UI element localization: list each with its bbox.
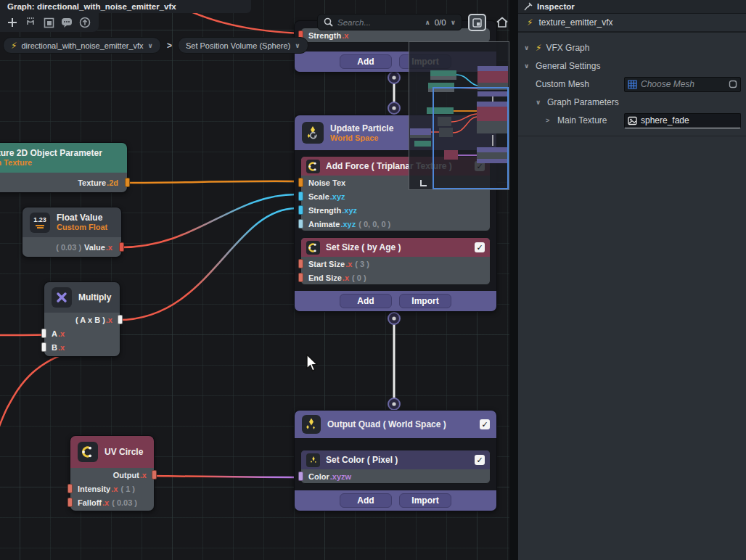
node-uv-circle[interactable]: UV Circle Output.x Intensity.x( 1 ) Fall… [70, 435, 155, 511]
output-port[interactable] [118, 315, 123, 324]
breadcrumb-item-graph[interactable]: directional_with_noise_emitter_vfx ∨ [3, 37, 161, 54]
sticky-note-icon[interactable] [60, 16, 73, 29]
main-texture-row: > Main Texture sphere_fade [518, 112, 746, 128]
node-subtitle: World Space [330, 133, 393, 143]
wire-into-b[interactable] [0, 347, 87, 444]
input-port[interactable] [298, 178, 303, 187]
input-port[interactable] [298, 472, 303, 481]
breadcrumb-item-context[interactable]: Set Position Volume (Sphere) ∨ [178, 37, 308, 54]
inspected-asset[interactable]: texture_emitter_vfx [518, 14, 746, 33]
wire-uv-to-color[interactable] [154, 476, 296, 477]
debug-chip-icon[interactable] [24, 16, 37, 29]
input-port[interactable] [298, 259, 303, 268]
block-title: Set Color ( Pixel ) [326, 455, 398, 465]
graph-canvas[interactable]: Strength.x Add Import Update Particle Wo… [0, 0, 517, 560]
section-vfx-graph[interactable]: ∨ VFX Graph [518, 40, 746, 56]
foldout-open-icon[interactable]: ∨ [536, 99, 543, 106]
custom-mesh-label: Custom Mesh [536, 79, 589, 89]
input-port[interactable] [67, 484, 73, 493]
home-icon [496, 16, 509, 29]
node-title: Multiply [78, 292, 111, 302]
add-block-button[interactable]: Add [340, 54, 392, 69]
input-port[interactable] [41, 329, 46, 338]
node-subtitle: Main Texture [0, 158, 102, 168]
flow-connector-bottom[interactable] [388, 313, 400, 410]
vfx-asset-icon [527, 18, 533, 27]
frame-icon[interactable] [42, 16, 55, 29]
input-port[interactable] [298, 205, 303, 215]
search-bar[interactable]: Search... ∧ 0/0 ∨ [317, 14, 462, 30]
block-set-color[interactable]: Set Color ( Pixel ) Color.xyzw [300, 450, 491, 484]
breadcrumb: directional_with_noise_emitter_vfx ∨ > S… [3, 37, 308, 54]
chevron-down-icon: ∨ [148, 42, 153, 49]
node-title: UV Circle [104, 447, 143, 457]
import-button[interactable]: Import [399, 294, 451, 308]
input-port[interactable] [298, 219, 303, 228]
home-button[interactable] [494, 15, 510, 30]
wire-multiply-to-strength[interactable] [118, 208, 296, 320]
node-texture-2d-parameter[interactable]: Texture 2D Object Parameter Main Texture… [0, 142, 128, 193]
import-button[interactable]: Import [399, 493, 451, 508]
block-enabled-checkbox[interactable] [475, 242, 485, 252]
section-graph-parameters[interactable]: ∨ Graph Parameters [518, 94, 746, 110]
search-input[interactable]: Search... [337, 18, 420, 27]
set-color-icon [306, 453, 320, 467]
foldout-open-icon[interactable]: ∨ [524, 62, 531, 70]
minimap-toggle-button[interactable] [468, 14, 486, 31]
wire-texture-to-noisetex[interactable] [126, 181, 296, 183]
main-texture-field[interactable]: sphere_fade [624, 113, 741, 128]
inspector-title: Inspector [537, 2, 575, 11]
custom-mesh-row: Custom Mesh Choose Mesh [518, 76, 746, 92]
node-title: Output Quad ( World Space ) [327, 419, 446, 429]
add-block-button[interactable]: Add [340, 493, 392, 508]
node-float-value[interactable]: 1.23 Float Value Custom Float ( 0.03 ) V… [22, 207, 122, 258]
asset-name: texture_emitter_vfx [538, 17, 612, 28]
input-port[interactable] [67, 498, 73, 507]
mouse-cursor [306, 354, 319, 373]
foldout-open-icon[interactable]: ∨ [524, 44, 531, 52]
input-port[interactable] [298, 273, 303, 282]
pin-icon[interactable] [524, 2, 533, 11]
node-output-quad[interactable]: Output Quad ( World Space ) Set Color ( … [294, 410, 497, 511]
graph-titlebar: Graph: directional_with_noise_emitter_vf… [0, 0, 251, 13]
minimap-content [409, 42, 509, 189]
search-next-icon[interactable]: ∨ [451, 19, 456, 26]
context-enabled-checkbox[interactable] [480, 419, 490, 429]
resize-handle-icon[interactable] [421, 180, 427, 186]
input-port[interactable] [298, 192, 303, 201]
panel-divider[interactable] [509, 0, 518, 560]
input-port[interactable] [41, 342, 46, 352]
output-port[interactable] [152, 470, 157, 479]
add-icon[interactable] [6, 16, 19, 29]
add-block-button[interactable]: Add [340, 294, 392, 308]
wire-float-to-scale[interactable] [120, 194, 296, 247]
upload-circle-icon[interactable] [78, 16, 91, 29]
inspector-header: Inspector [518, 0, 746, 14]
port-label: Strength [308, 31, 341, 40]
main-texture-label: Main Texture [557, 115, 607, 125]
float-value-icon: 1.23 [30, 213, 50, 233]
vfx-graph-window: { "titlebar": { "title": "Graph: directi… [0, 0, 746, 560]
node-multiply[interactable]: Multiply ( A x B ).x A.x B.x [44, 281, 120, 357]
node-title: Float Value [57, 213, 107, 223]
custom-mesh-field[interactable]: Choose Mesh [624, 77, 741, 92]
output-port[interactable] [125, 178, 130, 187]
flow-connector-top[interactable] [388, 72, 400, 114]
node-title: Update Particle [330, 123, 393, 133]
search-count: 0/0 [435, 18, 446, 27]
search-prev-icon[interactable]: ∧ [425, 19, 430, 26]
update-particle-icon [302, 122, 324, 144]
section-general-settings[interactable]: ∨ General Settings [518, 58, 746, 74]
minimap[interactable] [409, 41, 509, 190]
node-subtitle: Custom Float [57, 223, 107, 232]
foldout-closed-icon[interactable]: > [546, 117, 553, 124]
search-icon [324, 17, 333, 27]
inspector-divider [518, 136, 746, 136]
block-enabled-checkbox[interactable] [475, 455, 485, 465]
graph-title: Graph: directional_with_noise_emitter_vf… [7, 2, 176, 11]
vfx-asset-icon [11, 41, 17, 50]
object-picker-icon[interactable] [729, 80, 737, 88]
output-port[interactable] [119, 242, 124, 252]
block-set-size[interactable]: Set Size ( by Age ) Start Size.x( 3 ) En… [300, 237, 491, 285]
picture-in-picture-icon [472, 18, 482, 28]
